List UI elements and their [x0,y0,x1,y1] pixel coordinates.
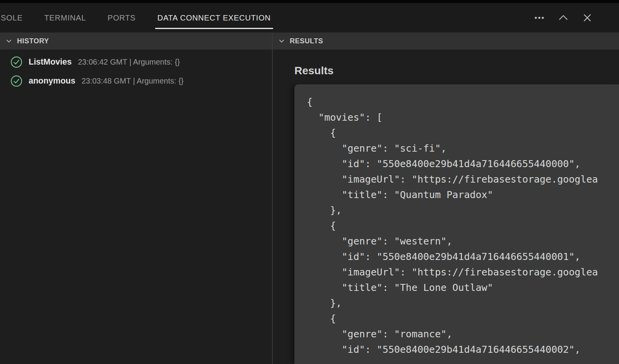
maximize-panel-icon[interactable] [557,12,569,24]
results-content: Results { "movies": [ { "genre": "sci-fi… [273,50,619,364]
execution-name: ListMovies [29,57,72,67]
history-pane: HISTORY ListMovies 23:06:42 GMT | Argume… [0,32,272,364]
execution-meta: 23:06:42 GMT | Arguments: {} [78,58,180,67]
check-circle-icon [10,56,22,68]
execution-meta: 23:03:48 GMT | Arguments: {} [82,77,184,85]
history-item-listmovies[interactable]: ListMovies 23:06:42 GMT | Arguments: {} [0,53,272,72]
more-actions-icon[interactable] [533,12,545,24]
chevron-down-icon[interactable] [278,38,285,44]
editor-panel-divider [0,0,619,3]
results-section-header[interactable]: RESULTS [273,32,619,50]
panel-actions [533,3,619,32]
history-section-header[interactable]: HISTORY [0,32,272,50]
tab-data-connect-execution[interactable]: DATA CONNECT EXECUTION [147,3,282,32]
panel-body: HISTORY ListMovies 23:06:42 GMT | Argume… [0,32,619,364]
tab-console-clipped[interactable]: SOLE [0,3,34,32]
history-header-label: HISTORY [17,37,49,45]
history-item-anonymous[interactable]: anonymous 23:03:48 GMT | Arguments: {} [0,72,272,91]
history-list: ListMovies 23:06:42 GMT | Arguments: {} … [0,50,272,91]
close-panel-icon[interactable] [581,12,593,24]
tab-ports[interactable]: PORTS [97,3,147,32]
execution-name: anonymous [29,76,75,86]
results-title: Results [294,63,619,78]
check-circle-icon [10,75,22,87]
results-json-viewer[interactable]: { "movies": [ { "genre": "sci-fi", "id":… [294,84,619,364]
tab-terminal[interactable]: TERMINAL [34,3,97,32]
results-json-code: { "movies": [ { "genre": "sci-fi", "id":… [307,94,619,357]
panel-tab-bar: SOLE TERMINAL PORTS DATA CONNECT EXECUTI… [0,3,619,32]
chevron-down-icon[interactable] [5,38,12,44]
results-pane: RESULTS Results { "movies": [ { "genre":… [273,32,619,364]
results-header-label: RESULTS [290,37,323,45]
